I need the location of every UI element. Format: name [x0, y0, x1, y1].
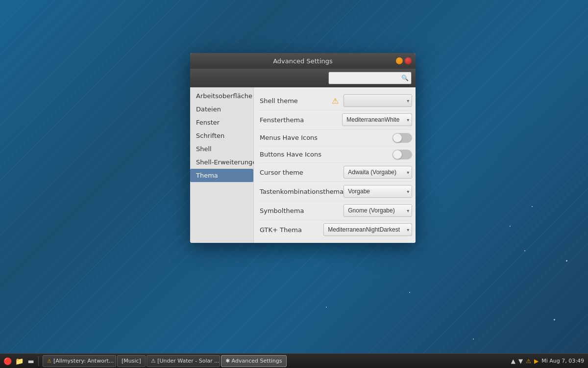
star-3 — [326, 307, 327, 308]
sidebar-item-fenster[interactable]: Fenster — [190, 116, 253, 129]
tastenkombinationsthema-control: Vorgabe ▾ — [343, 185, 412, 198]
search-wrapper: 🔍 — [328, 72, 412, 84]
taskbar-divider — [38, 356, 39, 366]
search-bar-area: 🔍 — [190, 69, 416, 87]
window-title: Advanced Settings — [273, 57, 333, 65]
toggle-knob-2 — [393, 150, 402, 159]
star-4 — [554, 319, 555, 320]
symbolthema-control: Gnome (Vorgabe) ▾ — [343, 204, 412, 217]
advanced-settings-app[interactable]: ✱ Advanced Settings — [221, 355, 287, 367]
allmystery-app[interactable]: ⚠ [Allmystery: Antwort... — [43, 355, 116, 367]
tastenkombinationsthema-row: Tastenkombinationsthema Vorgabe ▾ — [260, 182, 412, 201]
gtk-thema-control: MediterraneanNightDarkest ▾ — [323, 223, 412, 236]
fensterthema-row: Fensterthema MediterraneanWhite ▾ — [260, 110, 412, 130]
buttons-have-icons-control — [392, 150, 412, 159]
terminal-icon[interactable]: ▬ — [25, 356, 36, 367]
star-7 — [566, 260, 567, 262]
network-icon[interactable]: ▼ — [518, 358, 523, 365]
shell-theme-control: ⚠ ▾ — [332, 94, 412, 107]
menus-have-icons-control — [392, 133, 412, 143]
buttons-have-icons-row: Buttons Have Icons — [260, 146, 412, 163]
taskbar-left: 🔴 📁 ▬ — [0, 356, 36, 367]
cursor-theme-dropdown-wrapper: Adwaita (Vorgabe) ▾ — [343, 166, 412, 179]
symbolthema-row: Symbolthema Gnome (Vorgabe) ▾ — [260, 201, 412, 220]
sidebar-item-thema[interactable]: Thema — [190, 169, 253, 182]
tastenkombinationsthema-dropdown[interactable]: Vorgabe — [343, 185, 412, 198]
cursor-theme-label: Cursor theme — [260, 169, 343, 176]
files-icon[interactable]: 📁 — [14, 356, 24, 367]
buttons-have-icons-toggle[interactable] — [392, 150, 412, 159]
sidebar-item-schriften[interactable]: Schriften — [190, 129, 253, 142]
taskbar-apps: ⚠ [Allmystery: Antwort... [Music] ⚠ [Und… — [41, 355, 511, 367]
shell-theme-dropdown-wrapper: ▾ — [343, 94, 412, 107]
buttons-have-icons-label: Buttons Have Icons — [260, 151, 392, 158]
menus-have-icons-row: Menus Have Icons — [260, 130, 412, 146]
symbolthema-dropdown[interactable]: Gnome (Vorgabe) — [343, 204, 412, 217]
tastenkombinationsthema-label: Tastenkombinationsthema — [260, 188, 343, 195]
sidebar-item-dateien[interactable]: Dateien — [190, 103, 253, 116]
clock: Mi Aug 7, 03:49 — [541, 358, 584, 364]
cursor-theme-dropdown[interactable]: Adwaita (Vorgabe) — [343, 166, 412, 179]
close-button[interactable] — [405, 57, 412, 64]
cursor-theme-control: Adwaita (Vorgabe) ▾ — [343, 166, 412, 179]
desktop: Advanced Settings 🔍 Arbeitsoberfläche Da… — [0, 0, 588, 368]
taskbar-right: ▲ ▼ ⚠ ▶ Mi Aug 7, 03:49 — [511, 358, 588, 365]
cursor-theme-row: Cursor theme Adwaita (Vorgabe) ▾ — [260, 163, 412, 182]
window-body: Arbeitsoberfläche Dateien Fenster Schrif… — [190, 87, 416, 243]
star-9 — [510, 226, 511, 227]
window-titlebar: Advanced Settings — [190, 53, 416, 69]
sidebar-item-shell[interactable]: Shell — [190, 142, 253, 156]
fensterthema-dropdown-wrapper: MediterraneanWhite ▾ — [342, 113, 412, 126]
sidebar-item-shell-erweiterungen[interactable]: Shell-Erweiterungen — [190, 156, 253, 169]
fensterthema-control: MediterraneanWhite ▾ — [342, 113, 412, 126]
star-5 — [473, 339, 474, 340]
star-8 — [409, 292, 410, 293]
advanced-settings-window: Advanced Settings 🔍 Arbeitsoberfläche Da… — [190, 53, 416, 243]
shell-theme-label: Shell theme — [260, 97, 332, 105]
taskbar: 🔴 📁 ▬ ⚠ [Allmystery: Antwort... [Music] … — [0, 353, 588, 368]
fensterthema-dropdown[interactable]: MediterraneanWhite — [342, 113, 412, 126]
firefox-icon[interactable]: 🔴 — [2, 356, 13, 367]
menus-have-icons-toggle[interactable] — [392, 133, 412, 143]
vlc-icon[interactable]: ▶ — [534, 358, 539, 365]
minimize-button[interactable] — [396, 57, 403, 64]
gtk-thema-dropdown[interactable]: MediterraneanNightDarkest — [323, 223, 412, 236]
star-6 — [532, 206, 533, 207]
warning-icon: ⚠ — [332, 96, 339, 105]
content-area: Shell theme ⚠ ▾ Fensterthema — [254, 87, 416, 243]
search-input[interactable] — [328, 72, 412, 84]
window-controls — [396, 57, 412, 64]
wifi-icon[interactable]: ▲ — [511, 358, 515, 365]
symbolthema-dropdown-wrapper: Gnome (Vorgabe) ▾ — [343, 204, 412, 217]
warning-tray-icon[interactable]: ⚠ — [526, 358, 531, 365]
toggle-knob — [393, 133, 402, 142]
tastenkombinationsthema-dropdown-wrapper: Vorgabe ▾ — [343, 185, 412, 198]
gtk-thema-row: GTK+ Thema MediterraneanNightDarkest ▾ — [260, 220, 412, 239]
shell-theme-dropdown[interactable] — [343, 94, 412, 107]
menus-have-icons-label: Menus Have Icons — [260, 134, 392, 141]
fensterthema-label: Fensterthema — [260, 116, 342, 124]
sidebar-item-arbeitsoberflache[interactable]: Arbeitsoberfläche — [190, 89, 253, 103]
gtk-thema-dropdown-wrapper: MediterraneanNightDarkest ▾ — [323, 223, 412, 236]
star-2 — [524, 250, 525, 251]
shell-theme-row: Shell theme ⚠ ▾ — [260, 91, 412, 110]
music-app[interactable]: [Music] — [117, 355, 146, 367]
gtk-thema-label: GTK+ Thema — [260, 226, 323, 234]
underwater-app[interactable]: ⚠ [Under Water - Solar ... — [147, 355, 220, 367]
sidebar: Arbeitsoberfläche Dateien Fenster Schrif… — [190, 87, 254, 243]
search-icon: 🔍 — [401, 75, 409, 81]
symbolthema-label: Symbolthema — [260, 207, 343, 214]
